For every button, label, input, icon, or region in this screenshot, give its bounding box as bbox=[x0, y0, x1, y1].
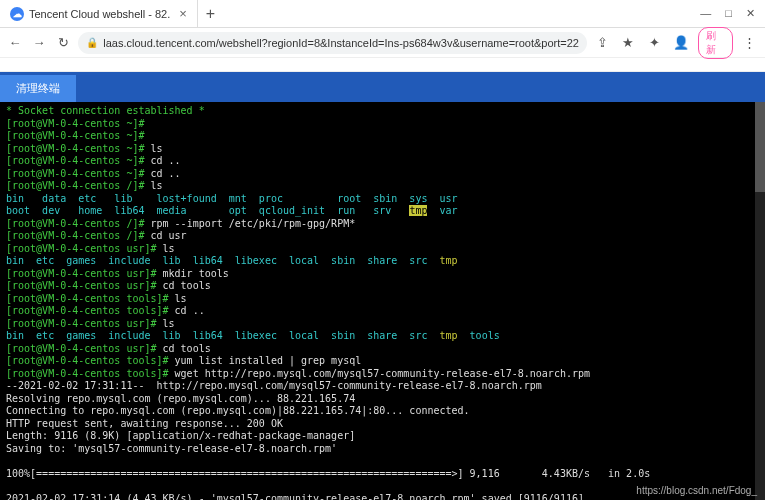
minimize-icon[interactable]: — bbox=[700, 7, 711, 20]
close-icon[interactable]: × bbox=[179, 6, 187, 21]
url-input[interactable]: 🔒 laas.cloud.tencent.com/webshell?region… bbox=[78, 32, 587, 54]
terminal-output[interactable]: * Socket connection established * [root@… bbox=[0, 102, 765, 500]
browser-titlebar: ☁ Tencent Cloud webshell - 82. × + — □ ✕ bbox=[0, 0, 765, 28]
maximize-icon[interactable]: □ bbox=[725, 7, 732, 20]
browser-tab[interactable]: ☁ Tencent Cloud webshell - 82. × bbox=[0, 0, 198, 27]
new-tab-button[interactable]: + bbox=[198, 1, 223, 27]
reload-button[interactable]: ↻ bbox=[54, 33, 72, 53]
extension-icon[interactable]: ✦ bbox=[646, 33, 664, 53]
clear-terminal-tab[interactable]: 清理终端 bbox=[0, 75, 76, 102]
profile-icon[interactable]: 👤 bbox=[672, 33, 690, 53]
address-bar: ← → ↻ 🔒 laas.cloud.tencent.com/webshell?… bbox=[0, 28, 765, 58]
tab-title: Tencent Cloud webshell - 82. bbox=[29, 8, 170, 20]
bookmarks-bar bbox=[0, 58, 765, 72]
lock-icon: 🔒 bbox=[86, 37, 98, 48]
scrollbar[interactable] bbox=[755, 102, 765, 500]
forward-button[interactable]: → bbox=[30, 33, 48, 53]
window-controls: — □ ✕ bbox=[700, 7, 765, 20]
webshell-header: 清理终端 bbox=[0, 72, 765, 102]
close-window-icon[interactable]: ✕ bbox=[746, 7, 755, 20]
menu-icon[interactable]: ⋮ bbox=[741, 33, 759, 53]
star-icon[interactable]: ★ bbox=[619, 33, 637, 53]
back-button[interactable]: ← bbox=[6, 33, 24, 53]
scrollbar-thumb[interactable] bbox=[755, 102, 765, 192]
url-text: laas.cloud.tencent.com/webshell?regionId… bbox=[103, 37, 579, 49]
share-icon[interactable]: ⇪ bbox=[593, 33, 611, 53]
cloud-icon: ☁ bbox=[10, 7, 24, 21]
watermark: https://blog.csdn.net/Fdog_ bbox=[636, 485, 757, 498]
refresh-badge[interactable]: 刷新 bbox=[698, 27, 732, 59]
